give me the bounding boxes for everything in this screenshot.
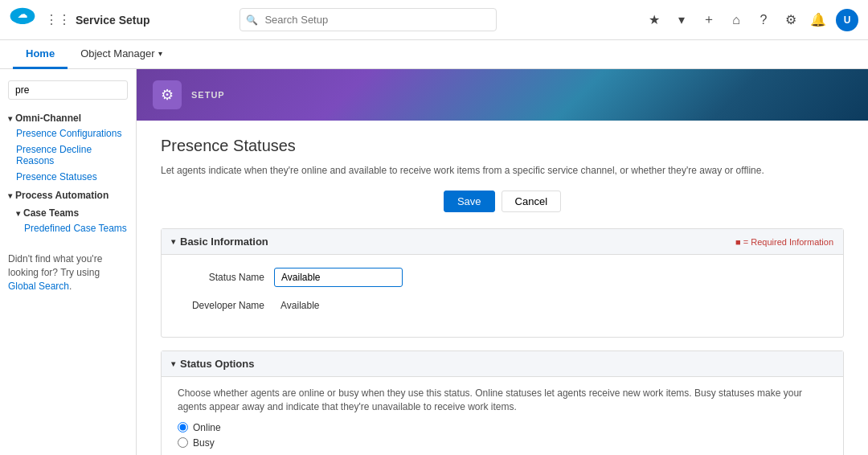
sidebar-item-presence-decline-reasons[interactable]: Presence Decline Reasons — [0, 141, 136, 169]
favorites-icon[interactable]: ★ — [645, 10, 664, 30]
form-actions: Save Cancel — [161, 191, 844, 212]
search-icon: 🔍 — [246, 14, 258, 26]
status-options-arrow[interactable]: ▾ — [171, 359, 175, 368]
sidebar-search-input[interactable] — [8, 80, 128, 100]
basic-info-arrow[interactable]: ▾ — [171, 237, 175, 246]
status-name-label: Status Name — [178, 272, 274, 283]
app-title: Service Setup — [76, 14, 150, 27]
top-nav: ☁ ⋮⋮ Service Setup 🔍 ★ ▾ ＋ ⌂ ? ⚙ 🔔 U — [0, 0, 868, 40]
radio-busy[interactable]: Busy — [178, 437, 827, 449]
status-name-row: Status Name — [178, 268, 827, 287]
required-note: ■ = Required Information — [735, 237, 833, 247]
status-options-section: ▾ Status Options Choose whether agents a… — [161, 350, 844, 455]
content-area: ⚙ SETUP Presence Statuses Let agents ind… — [137, 69, 868, 455]
nav-home[interactable]: Home — [13, 40, 68, 69]
help-icon[interactable]: ? — [754, 10, 773, 30]
main-layout: ▾ Omni-Channel Presence Configurations P… — [0, 69, 868, 455]
object-manager-chevron: ▾ — [158, 49, 162, 58]
status-options-title: Status Options — [180, 358, 254, 370]
radio-busy-input[interactable] — [178, 437, 188, 448]
radio-online-label: Online — [193, 422, 221, 433]
top-nav-icons: ★ ▾ ＋ ⌂ ? ⚙ 🔔 U — [645, 9, 858, 31]
basic-info-section: ▾ Basic Information ■ = Required Informa… — [161, 228, 844, 338]
add-icon[interactable]: ＋ — [699, 10, 719, 30]
page-description: Let agents indicate when they're online … — [161, 163, 844, 178]
search-input[interactable] — [240, 8, 497, 31]
setup-label: SETUP — [191, 90, 225, 100]
sidebar-item-predefined-case-teams[interactable]: Predefined Case Teams — [0, 220, 136, 236]
radio-busy-label: Busy — [193, 437, 215, 449]
developer-name-label: Developer Name — [178, 300, 274, 311]
global-search: 🔍 — [240, 8, 497, 31]
sidebar: ▾ Omni-Channel Presence Configurations P… — [0, 69, 137, 455]
status-options-header: ▾ Status Options — [162, 351, 843, 377]
cancel-button[interactable]: Cancel — [502, 191, 561, 212]
sidebar-group-omni-channel[interactable]: ▾ Omni-Channel — [0, 108, 136, 125]
radio-online-input[interactable] — [178, 422, 188, 432]
salesforce-logo[interactable]: ☁ — [10, 7, 35, 33]
status-name-input[interactable] — [274, 268, 403, 287]
case-teams-arrow: ▾ — [16, 209, 20, 218]
setup-icon: ⚙ — [153, 80, 182, 109]
favorites-dropdown-icon[interactable]: ▾ — [672, 10, 691, 30]
notification-icon[interactable]: 🔔 — [809, 10, 828, 30]
radio-online[interactable]: Online — [178, 422, 827, 433]
process-automation-arrow: ▾ — [8, 191, 12, 200]
status-radio-group: Online Busy — [178, 422, 827, 449]
grid-icon[interactable]: ⋮⋮ — [45, 12, 71, 27]
page-title: Presence Statuses — [161, 137, 844, 155]
developer-name-row: Developer Name Available — [178, 297, 827, 314]
home-icon[interactable]: ⌂ — [727, 10, 746, 30]
svg-text:☁: ☁ — [18, 10, 27, 19]
developer-name-value: Available — [274, 297, 403, 314]
sub-nav: Home Object Manager ▾ — [0, 40, 868, 69]
sidebar-search-container — [0, 77, 136, 108]
basic-info-body: Status Name Developer Name Available — [162, 255, 843, 337]
global-search-link[interactable]: Global Search — [8, 281, 69, 292]
sidebar-item-presence-statuses[interactable]: Presence Statuses — [0, 169, 136, 185]
user-avatar[interactable]: U — [836, 9, 858, 31]
sidebar-group-case-teams[interactable]: ▾ Case Teams — [0, 203, 136, 220]
status-options-body: Choose whether agents are online or busy… — [162, 377, 843, 455]
app-name-area: ⋮⋮ Service Setup — [45, 12, 150, 27]
basic-info-title: Basic Information — [180, 236, 268, 248]
form-content: Presence Statuses Let agents indicate wh… — [137, 121, 868, 455]
status-options-description: Choose whether agents are online or busy… — [178, 387, 827, 414]
sidebar-item-presence-configurations[interactable]: Presence Configurations — [0, 125, 136, 141]
nav-object-manager[interactable]: Object Manager ▾ — [68, 40, 175, 69]
save-button[interactable]: Save — [444, 191, 495, 212]
sidebar-bottom-text: Didn't find what you're looking for? Try… — [0, 236, 136, 301]
omni-channel-arrow: ▾ — [8, 114, 12, 123]
sidebar-group-process-automation[interactable]: ▾ Process Automation — [0, 185, 136, 203]
settings-icon[interactable]: ⚙ — [781, 10, 800, 30]
basic-info-header: ▾ Basic Information ■ = Required Informa… — [162, 229, 843, 255]
setup-banner: ⚙ SETUP — [137, 69, 868, 121]
